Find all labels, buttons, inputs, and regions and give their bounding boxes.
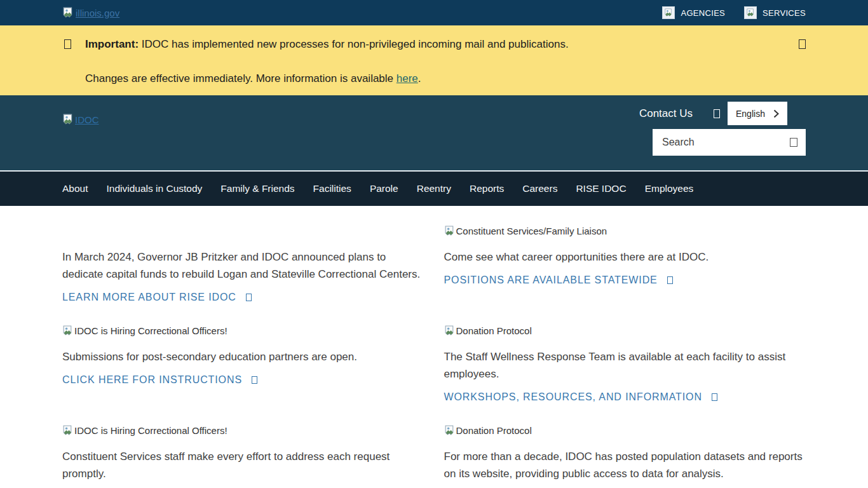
broken-image-alt: IDOC is Hiring Correctional Officers! [62,325,424,337]
alert-line-2-period: . [418,72,421,85]
idoc-logo-link[interactable]: IDOC [62,114,99,125]
broken-image-icon [62,325,73,336]
services-label: SERVICES [763,8,806,18]
image-alt-text: Donation Protocol [456,325,532,336]
image-alt-text: IDOC is Hiring Correctional Officers! [74,425,227,436]
agencies-link[interactable]: AGENCIES [662,6,725,19]
illinois-gov-logo-link[interactable]: illinois.gov [62,7,119,18]
broken-image-icon [444,226,455,236]
alert-warning-icon [64,39,71,49]
card-text: Submissions for post-secondary education… [62,348,423,365]
chevron-right-icon [773,109,779,118]
search-input[interactable] [661,136,790,149]
nav-item-employees[interactable]: Employees [645,183,694,194]
image-alt-text: Constituent Services/Family Liaison [456,226,607,236]
broken-image-icon [62,7,74,18]
nav-item-reentry[interactable]: Reentry [417,183,451,194]
broken-image-alt: Constituent Services/Family Liaison [444,225,806,237]
contact-us-link[interactable]: Contact Us [639,107,693,120]
card-text: Constituent Services staff make every ef… [62,448,423,482]
image-alt-text: Donation Protocol [456,425,532,436]
card-link-label: WORKSHOPS, RESOURCES, AND INFORMATION [444,391,702,403]
alert-line-1: Important: IDOC has implemented new proc… [85,37,785,51]
nav-item-parole[interactable]: Parole [370,183,398,194]
card-text: Come see what career opportunities there… [444,248,805,266]
broken-image-icon [62,425,73,436]
card-text: For more than a decade, IDOC has posted … [444,448,805,482]
main-content: In March 2024, Governor JB Pritzker and … [0,206,868,488]
broken-image-alt: Donation Protocol [444,424,806,437]
idoc-logo-alt: IDOC [75,114,99,125]
external-link-icon [712,393,717,401]
agencies-label: AGENCIES [681,8,725,18]
card-link-label: CLICK HERE FOR INSTRUCTIONS [62,374,242,386]
nav-item-about[interactable]: About [62,183,88,194]
nav-item-careers[interactable]: Careers [522,183,557,194]
services-broken-image-icon [744,6,757,19]
card-link-label: LEARN MORE ABOUT RISE IDOC [62,292,236,303]
illinois-gov-logo-alt: illinois.gov [76,8,119,18]
site-header: IDOC Contact Us English [0,95,868,170]
utility-bar: illinois.gov AGENCIES SERVICES [0,0,868,25]
alert-line-1-text: IDOC has implemented new processes for n… [142,38,569,50]
utility-links: AGENCIES SERVICES [662,6,806,19]
card-education-partners: IDOC is Hiring Correctional Officers! Su… [62,325,424,403]
header-controls: Contact Us English [639,102,787,125]
external-link-icon [252,376,257,384]
broken-image-alt: IDOC is Hiring Correctional Officers! [62,424,424,437]
alert-prefix: Important: [85,38,139,50]
card-careers: Constituent Services/Family Liaison Come… [444,225,806,303]
search-icon[interactable] [790,138,797,147]
search-box [653,129,806,156]
main-nav: About Individuals in Custody Family & Fr… [0,170,868,206]
nav-item-reports[interactable]: Reports [470,183,504,194]
card-link-label: POSITIONS ARE AVAILABLE STATEWIDE [444,274,658,286]
alert-message: Important: IDOC has implemented new proc… [85,37,785,95]
nav-item-facilities[interactable]: Facilities [313,183,351,194]
image-alt-text: IDOC is Hiring Correctional Officers! [74,325,227,336]
positions-available-link[interactable]: POSITIONS ARE AVAILABLE STATEWIDE [444,274,673,286]
alert-here-link[interactable]: here [397,72,418,85]
nav-item-rise-idoc[interactable]: RISE IDOC [576,183,626,194]
nav-item-family-friends[interactable]: Family & Friends [220,183,294,194]
broken-image-icon [444,425,455,436]
card-population-data: Donation Protocol For more than a decade… [444,424,806,488]
nav-item-individuals-in-custody[interactable]: Individuals in Custody [107,183,203,194]
instructions-link[interactable]: CLICK HERE FOR INSTRUCTIONS [62,374,257,386]
services-link[interactable]: SERVICES [744,6,806,19]
external-link-icon [246,294,252,301]
workshops-resources-link[interactable]: WORKSHOPS, RESOURCES, AND INFORMATION [444,391,717,403]
external-link-icon [667,276,673,284]
alert-line-2: Changes are effective immediately. More … [85,72,785,85]
learn-more-rise-idoc-link[interactable]: LEARN MORE ABOUT RISE IDOC [62,292,252,303]
card-rise-idoc: In March 2024, Governor JB Pritzker and … [62,225,424,303]
alert-banner: Important: IDOC has implemented new proc… [0,25,868,95]
globe-icon[interactable] [714,109,720,118]
language-label: English [736,109,765,119]
broken-image-icon [444,325,455,336]
alert-close-icon[interactable] [799,39,806,49]
card-staff-wellness: Donation Protocol The Staff Wellness Res… [444,325,806,403]
card-constituent-services: IDOC is Hiring Correctional Officers! Co… [62,424,424,488]
card-text: In March 2024, Governor JB Pritzker and … [62,248,423,283]
broken-image-icon [62,114,74,125]
broken-image-alt: Donation Protocol [444,325,806,337]
language-selector-button[interactable]: English [728,102,787,125]
card-text: The Staff Wellness Response Team is avai… [444,348,805,383]
alert-line-2-text: Changes are effective immediately. More … [85,72,397,85]
agencies-broken-image-icon [662,6,675,19]
